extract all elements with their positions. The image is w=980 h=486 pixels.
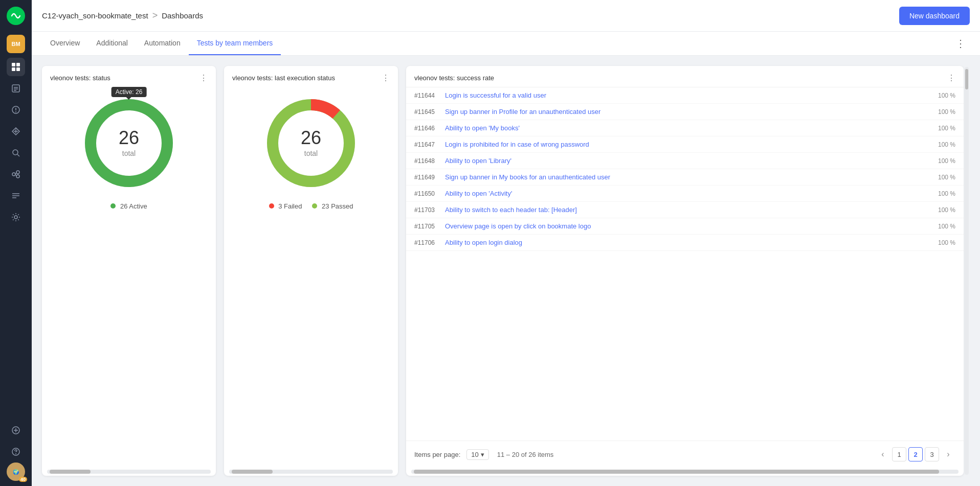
sidebar-item-lists[interactable] bbox=[7, 187, 25, 205]
svg-line-20 bbox=[15, 174, 16, 176]
svg-point-16 bbox=[12, 173, 15, 176]
row-title[interactable]: Ability to open 'Activity' bbox=[445, 190, 925, 197]
sidebar-item-defects[interactable] bbox=[7, 101, 25, 119]
svg-rect-2 bbox=[16, 63, 20, 66]
svg-rect-4 bbox=[16, 67, 20, 71]
sidebar-item-reports[interactable] bbox=[7, 79, 25, 98]
widget-status: vleonov tests: status ⋮ Active: 26 26 to… bbox=[42, 66, 216, 476]
help-icon[interactable] bbox=[7, 443, 25, 461]
execution-legend-passed-label: Passed bbox=[331, 202, 353, 210]
new-dashboard-button[interactable]: New dashboard bbox=[899, 7, 970, 25]
table-row: #11646 Ability to open 'My books' 100 % bbox=[406, 120, 964, 136]
project-avatar[interactable]: BM bbox=[7, 35, 25, 53]
widget-success-outer: vleonov tests: success rate ⋮ #11644 Log… bbox=[406, 66, 970, 476]
per-page-value: 10 bbox=[471, 451, 478, 458]
tab-overview[interactable]: Overview bbox=[42, 32, 88, 55]
chevron-down-icon: ▾ bbox=[481, 451, 484, 458]
per-page-label: Items per page: bbox=[414, 451, 460, 458]
execution-total-number: 26 bbox=[301, 129, 321, 147]
row-title[interactable]: Ability to switch to each header tab: [H… bbox=[445, 206, 925, 214]
svg-point-11 bbox=[15, 111, 16, 112]
breadcrumb-project: C12-vyach_son-bookmate_test bbox=[42, 11, 148, 20]
widget-execution-body: 26 total 3 Failed 23 Passed bbox=[224, 87, 398, 468]
table-row: #11705 Overview page is open by click on… bbox=[406, 218, 964, 235]
row-title[interactable]: Login is successful for a valid user bbox=[445, 91, 925, 99]
pagination: Items per page: 10 ▾ 11 – 20 of 26 items… bbox=[406, 441, 964, 468]
tab-additional[interactable]: Additional bbox=[88, 32, 136, 55]
row-id: #11650 bbox=[414, 190, 440, 197]
sidebar-item-integrations[interactable] bbox=[7, 165, 25, 183]
sidebar-item-settings[interactable] bbox=[7, 208, 25, 226]
row-id: #11645 bbox=[414, 108, 440, 115]
execution-legend-dot-failed bbox=[269, 203, 274, 209]
sidebar-item-launches[interactable] bbox=[7, 122, 25, 141]
execution-donut-center: 26 total bbox=[301, 129, 321, 157]
execution-donut-wrapper: 26 total bbox=[260, 92, 362, 194]
app-logo[interactable] bbox=[0, 0, 32, 32]
row-pct: 100 % bbox=[930, 206, 955, 214]
svg-rect-3 bbox=[12, 67, 15, 71]
row-title[interactable]: Login is prohibited for in case of wrong… bbox=[445, 141, 925, 148]
status-donut-wrapper: Active: 26 26 total bbox=[78, 92, 180, 194]
row-pct: 100 % bbox=[930, 223, 955, 230]
execution-widget-hscroll[interactable] bbox=[229, 470, 393, 474]
status-widget-hscroll-thumb bbox=[50, 470, 91, 474]
svg-point-14 bbox=[13, 150, 18, 155]
success-widget-hscroll-thumb bbox=[414, 470, 939, 474]
row-pct: 100 % bbox=[930, 239, 955, 246]
row-pct: 100 % bbox=[930, 190, 955, 197]
widget-status-body: Active: 26 26 total 26 bbox=[42, 87, 216, 468]
status-widget-hscroll[interactable] bbox=[47, 470, 211, 474]
status-total-number: 26 bbox=[119, 129, 139, 147]
widget-status-menu[interactable]: ⋮ bbox=[199, 73, 208, 83]
success-vscroll-track bbox=[965, 67, 969, 475]
success-vscroll bbox=[964, 66, 970, 476]
success-table-body: #11644 Login is successful for a valid u… bbox=[406, 87, 964, 441]
sidebar-item-dashboard[interactable] bbox=[7, 58, 25, 76]
widget-success-header: vleonov tests: success rate ⋮ bbox=[406, 66, 964, 87]
row-title[interactable]: Ability to open 'Library' bbox=[445, 157, 925, 165]
widget-success-title: vleonov tests: success rate bbox=[414, 74, 494, 82]
row-title[interactable]: Overview page is open by click on bookma… bbox=[445, 222, 925, 230]
svg-rect-1 bbox=[12, 63, 15, 66]
success-widget-hscroll[interactable] bbox=[411, 470, 959, 474]
svg-point-24 bbox=[14, 216, 17, 219]
widget-success-menu[interactable]: ⋮ bbox=[947, 73, 955, 83]
row-title[interactable]: Ability to open login dialog bbox=[445, 239, 925, 246]
notification-badge: 40 bbox=[19, 477, 27, 482]
nav-more-button[interactable]: ⋮ bbox=[951, 33, 970, 54]
table-row: #11649 Sign up banner in My books for an… bbox=[406, 169, 964, 186]
row-title[interactable]: Sign up banner in My books for an unauth… bbox=[445, 173, 925, 181]
execution-legend-failed-label: Failed bbox=[284, 202, 302, 210]
row-id: #11706 bbox=[414, 239, 440, 246]
execution-widget-hscroll-thumb bbox=[232, 470, 273, 474]
svg-point-17 bbox=[16, 171, 19, 174]
table-row: #11647 Login is prohibited for in case o… bbox=[406, 136, 964, 153]
page-button-3[interactable]: 3 bbox=[925, 447, 939, 461]
tab-tests-by-team[interactable]: Tests by team members bbox=[189, 32, 281, 55]
add-project-icon[interactable] bbox=[7, 421, 25, 439]
table-row: #11645 Sign up banner in Profile for an … bbox=[406, 104, 964, 120]
table-row: #11648 Ability to open 'Library' 100 % bbox=[406, 153, 964, 169]
breadcrumb-page: Dashboards bbox=[162, 11, 203, 20]
main-area: C12-vyach_son-bookmate_test > Dashboards… bbox=[32, 0, 980, 486]
nav-tabs: Overview Additional Automation Tests by … bbox=[32, 32, 980, 56]
row-pct: 100 % bbox=[930, 157, 955, 165]
breadcrumb: C12-vyach_son-bookmate_test > Dashboards bbox=[42, 10, 899, 21]
svg-point-29 bbox=[15, 453, 16, 454]
row-title[interactable]: Ability to open 'My books' bbox=[445, 124, 925, 132]
page-button-1[interactable]: 1 bbox=[892, 447, 906, 461]
widget-execution-title: vleonov tests: last execution status bbox=[232, 74, 335, 82]
per-page-select[interactable]: 10 ▾ bbox=[466, 449, 488, 460]
pagination-range: 11 – 20 of 26 items bbox=[497, 451, 872, 458]
page-button-2[interactable]: 2 bbox=[908, 447, 923, 461]
next-page-button[interactable]: › bbox=[941, 447, 955, 461]
table-row: #11650 Ability to open 'Activity' 100 % bbox=[406, 186, 964, 202]
prev-page-button[interactable]: ‹ bbox=[876, 447, 890, 461]
sidebar-item-search[interactable] bbox=[7, 144, 25, 162]
row-title[interactable]: Sign up banner in Profile for an unauthe… bbox=[445, 108, 925, 115]
widget-execution-menu[interactable]: ⋮ bbox=[382, 73, 390, 83]
user-avatar[interactable]: 🌍 40 bbox=[7, 462, 25, 481]
status-tooltip: Active: 26 bbox=[112, 87, 147, 97]
tab-automation[interactable]: Automation bbox=[136, 32, 189, 55]
